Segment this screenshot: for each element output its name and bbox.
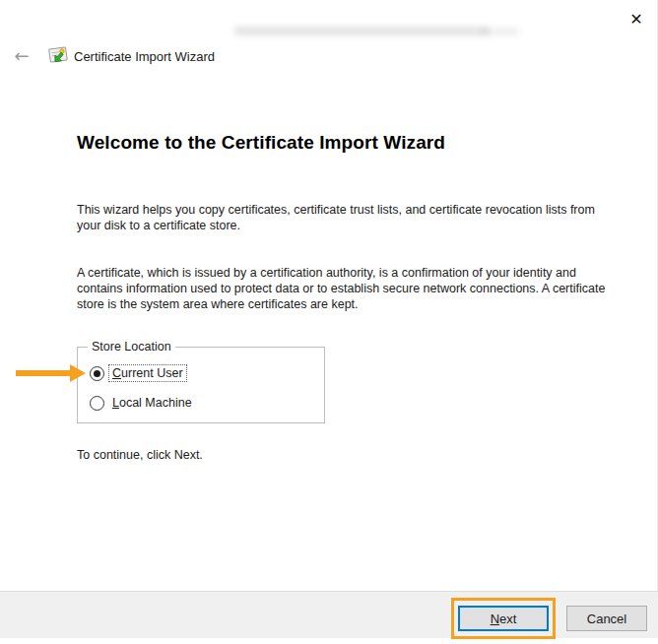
back-arrow-icon[interactable]: ← bbox=[10, 45, 33, 67]
close-icon[interactable]: ✕ bbox=[623, 8, 650, 32]
description-paragraph: A certificate, which is issued by a cert… bbox=[77, 265, 614, 312]
store-location-label: Store Location bbox=[88, 340, 175, 354]
radio-local-machine-icon[interactable] bbox=[90, 396, 104, 411]
store-location-groupbox: Store Location Current User Local Machin… bbox=[77, 347, 325, 423]
radio-local-machine-label[interactable]: Local Machine bbox=[108, 394, 196, 412]
continue-hint: To continue, click Next. bbox=[77, 448, 203, 462]
radio-option-current-user[interactable]: Current User bbox=[90, 364, 187, 382]
radio-option-local-machine[interactable]: Local Machine bbox=[90, 394, 196, 412]
next-button[interactable]: Next bbox=[458, 606, 549, 631]
cancel-button[interactable]: Cancel bbox=[566, 606, 647, 631]
radio-current-user-icon[interactable] bbox=[90, 366, 104, 381]
certificate-import-icon bbox=[47, 44, 69, 66]
radio-current-user-label[interactable]: Current User bbox=[108, 364, 187, 382]
footer-bar: Next Cancel bbox=[0, 591, 658, 638]
annotation-box-next: Next bbox=[451, 598, 556, 639]
ghost-text-artifact bbox=[234, 27, 489, 35]
intro-paragraph: This wizard helps you copy certificates,… bbox=[77, 202, 614, 233]
wizard-title: Certificate Import Wizard bbox=[74, 49, 215, 64]
certificate-import-wizard-dialog: ✕ ← Certificate Import Wizard Welcome to… bbox=[0, 0, 658, 644]
ghost-text-artifact-2 bbox=[483, 29, 518, 34]
annotation-arrow-icon bbox=[16, 363, 87, 383]
page-heading: Welcome to the Certificate Import Wizard bbox=[77, 132, 445, 154]
